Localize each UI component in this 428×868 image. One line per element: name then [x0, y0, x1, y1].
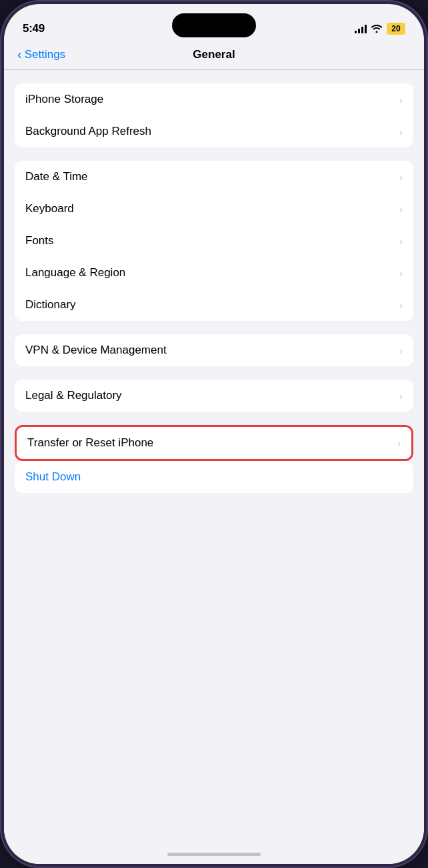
legal-chevron: › [399, 390, 403, 402]
settings-content: iPhone Storage › Background App Refresh … [4, 70, 424, 847]
transfer-reset-group: Transfer or Reset iPhone › [15, 425, 413, 461]
home-indicator [167, 853, 261, 856]
date-time-chevron: › [399, 171, 403, 183]
battery-level: 20 [391, 24, 400, 33]
locale-group: Date & Time › Keyboard › Fonts › Languag… [15, 161, 413, 321]
status-icons: 20 [355, 23, 405, 35]
vpn-chevron: › [399, 345, 403, 356]
storage-group: iPhone Storage › Background App Refresh … [15, 83, 413, 147]
status-time: 5:49 [23, 22, 45, 35]
language-region-item[interactable]: Language & Region › [15, 257, 413, 289]
fonts-item[interactable]: Fonts › [15, 225, 413, 257]
back-label: Settings [25, 48, 65, 61]
shut-down-label: Shut Down [25, 470, 81, 484]
transfer-reset-item[interactable]: Transfer or Reset iPhone › [17, 427, 411, 459]
background-app-refresh-chevron: › [399, 126, 403, 137]
date-time-item[interactable]: Date & Time › [15, 161, 413, 193]
vpn-device-management-label: VPN & Device Management [25, 344, 167, 357]
fonts-chevron: › [399, 236, 403, 247]
iphone-storage-chevron: › [399, 94, 403, 105]
page-title: General [193, 48, 235, 61]
transfer-reset-label: Transfer or Reset iPhone [27, 436, 153, 450]
background-app-refresh-item[interactable]: Background App Refresh › [15, 115, 413, 147]
phone-frame: 5:49 [0, 0, 428, 868]
keyboard-item[interactable]: Keyboard › [15, 193, 413, 225]
dictionary-label: Dictionary [25, 298, 76, 312]
shut-down-item[interactable]: Shut Down [15, 461, 413, 493]
back-chevron-icon: ‹ [17, 47, 22, 61]
bottom-bar [4, 847, 424, 864]
vpn-device-management-item[interactable]: VPN & Device Management › [15, 334, 413, 366]
date-time-label: Date & Time [25, 170, 88, 183]
keyboard-label: Keyboard [25, 202, 74, 215]
wifi-icon [371, 23, 383, 35]
battery-indicator: 20 [387, 23, 405, 35]
back-button[interactable]: ‹ Settings [17, 48, 65, 61]
dictionary-item[interactable]: Dictionary › [15, 289, 413, 321]
keyboard-chevron: › [399, 203, 403, 215]
vpn-group: VPN & Device Management › [15, 334, 413, 366]
signal-icon [355, 24, 367, 33]
language-region-chevron: › [399, 268, 403, 279]
legal-regulatory-item[interactable]: Legal & Regulatory › [15, 380, 413, 412]
language-region-label: Language & Region [25, 266, 125, 280]
dictionary-chevron: › [399, 300, 403, 311]
transfer-reset-chevron: › [397, 438, 401, 449]
dynamic-island [172, 13, 256, 37]
iphone-storage-label: iPhone Storage [25, 93, 103, 106]
background-app-refresh-label: Background App Refresh [25, 125, 151, 138]
iphone-storage-item[interactable]: iPhone Storage › [15, 83, 413, 115]
fonts-label: Fonts [25, 234, 54, 248]
phone-screen: 5:49 [4, 4, 424, 864]
legal-group: Legal & Regulatory › [15, 380, 413, 412]
nav-bar: ‹ Settings General [4, 43, 424, 70]
shut-down-group: Shut Down [15, 461, 413, 493]
phone-content: 5:49 [4, 4, 424, 864]
legal-regulatory-label: Legal & Regulatory [25, 389, 122, 402]
